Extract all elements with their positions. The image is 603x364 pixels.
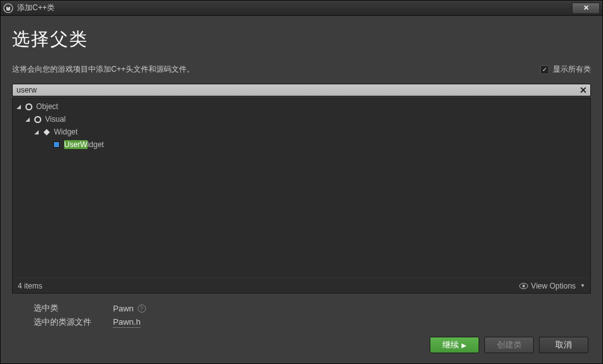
selected-source-label: 选中的类源文件 — [34, 316, 113, 328]
close-button[interactable]: ✕ — [572, 3, 600, 14]
tree-row[interactable]: ◢ Object — [13, 100, 590, 113]
page-title: 选择父类 — [12, 27, 591, 51]
tree-row-selected[interactable]: UserWidget — [13, 138, 590, 151]
search-input[interactable] — [12, 84, 591, 96]
checkbox-icon: ✓ — [540, 65, 549, 74]
selected-class-value: Pawn — [113, 304, 134, 313]
continue-label: 继续 — [442, 339, 459, 351]
cancel-button[interactable]: 取消 — [539, 337, 588, 353]
chevron-down-icon[interactable]: ◢ — [17, 103, 23, 110]
continue-button[interactable]: 继续 ▶ — [430, 337, 479, 353]
tree-row[interactable]: ◢ Visual — [13, 113, 590, 126]
tree-label: Widget — [54, 127, 77, 136]
create-class-button: 创建类 — [484, 337, 534, 353]
widget-icon — [42, 127, 51, 136]
unreal-logo-icon — [3, 3, 13, 13]
item-count-label: 4 items — [18, 282, 43, 290]
show-all-label: 显示所有类 — [553, 64, 591, 75]
page-description: 这将会向您的游戏项目中添加C++头文件和源码文件。 — [12, 64, 194, 75]
view-options-button[interactable]: View Options ▼ — [519, 282, 585, 290]
cancel-label: 取消 — [555, 339, 572, 351]
chevron-down-icon[interactable]: ◢ — [25, 116, 32, 122]
close-icon: ✕ — [583, 4, 589, 12]
chevron-down-icon[interactable]: ◢ — [34, 129, 41, 135]
window-title: 添加C++类 — [17, 3, 55, 13]
eye-icon — [519, 283, 528, 289]
chevron-right-icon: ▶ — [461, 342, 467, 349]
chevron-down-icon: ▼ — [580, 283, 585, 289]
tree-label: Object — [36, 102, 58, 111]
tree-label: UserWidget — [64, 140, 104, 149]
clear-search-button[interactable]: ✕ — [578, 85, 588, 95]
tree-label: Visual — [45, 115, 65, 124]
selected-class-label: 选中类 — [34, 302, 113, 314]
svg-point-2 — [522, 285, 525, 287]
show-all-classes-toggle[interactable]: ✓ 显示所有类 — [540, 64, 591, 75]
titlebar: 添加C++类 ✕ — [1, 1, 602, 16]
class-tree[interactable]: ◢ Object ◢ Visual ◢ Widget UserWidget — [13, 98, 590, 278]
userwidget-icon — [52, 140, 61, 149]
view-options-label: View Options — [531, 282, 576, 290]
tree-row[interactable]: ◢ Widget — [13, 126, 590, 138]
selected-source-link[interactable]: Pawn.h — [113, 317, 140, 328]
create-label: 创建类 — [497, 339, 522, 351]
object-icon — [33, 115, 42, 124]
help-icon[interactable]: ? — [138, 304, 146, 313]
object-icon — [24, 102, 33, 111]
close-icon: ✕ — [580, 85, 587, 95]
